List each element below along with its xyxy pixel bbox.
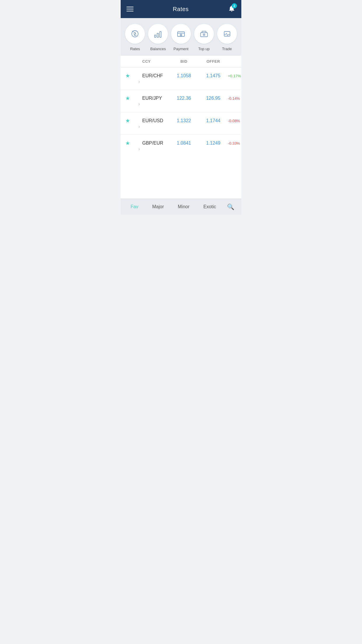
table-row[interactable]: ★ EUR/JPY 122.36 126.95 -0.14% › bbox=[121, 90, 241, 112]
nav-minor[interactable]: Minor bbox=[175, 203, 192, 211]
notification-badge: 2 bbox=[232, 3, 237, 8]
action-payment[interactable]: Payment bbox=[171, 24, 191, 51]
notification-button[interactable]: 2 bbox=[228, 5, 236, 13]
nav-exotic[interactable]: Exotic bbox=[201, 203, 219, 211]
table-header: CCY BID OFFER bbox=[121, 56, 241, 67]
chevron-right-icon: › bbox=[125, 102, 140, 107]
svg-rect-3 bbox=[160, 32, 161, 37]
offer-value: 1.1744 bbox=[198, 118, 228, 123]
change-value: -0.08% bbox=[228, 119, 237, 123]
bottom-nav: Fav Major Minor Exotic 🔍 bbox=[121, 199, 241, 215]
favorite-star-icon[interactable]: ★ bbox=[125, 73, 140, 79]
offer-value: 126.95 bbox=[198, 96, 228, 101]
rates-table: CCY BID OFFER ★ EUR/CHF 1.1058 1.1475 +0… bbox=[121, 56, 241, 178]
bid-value: 1.0841 bbox=[169, 141, 199, 146]
svg-rect-1 bbox=[154, 35, 156, 37]
quick-actions-bar: Rates Balances Payment bbox=[121, 18, 241, 56]
topup-icon-circle bbox=[194, 24, 214, 44]
ccy-label: EUR/JPY bbox=[140, 96, 169, 101]
ccy-label: EUR/CHF bbox=[140, 73, 169, 78]
payment-icon-circle bbox=[171, 24, 191, 44]
col-star bbox=[125, 59, 140, 64]
favorite-star-icon[interactable]: ★ bbox=[125, 140, 140, 146]
table-row[interactable]: ★ GBP/EUR 1.0841 1.1249 -0.33% › bbox=[121, 135, 241, 157]
col-ccy: CCY bbox=[140, 59, 169, 64]
col-offer: OFFER bbox=[198, 59, 228, 64]
chevron-right-icon: › bbox=[125, 124, 140, 129]
bid-value: 1.1058 bbox=[169, 73, 199, 78]
action-topup[interactable]: Top up bbox=[194, 24, 215, 51]
ccy-label: EUR/USD bbox=[140, 118, 169, 123]
col-chevron bbox=[228, 59, 237, 64]
search-icon[interactable]: 🔍 bbox=[227, 203, 234, 210]
action-topup-label: Top up bbox=[198, 47, 210, 51]
change-value: -0.14% bbox=[228, 96, 237, 101]
action-trade[interactable]: Trade bbox=[217, 24, 238, 51]
balances-icon-circle bbox=[148, 24, 168, 44]
favorite-star-icon[interactable]: ★ bbox=[125, 118, 140, 124]
action-rates-label: Rates bbox=[130, 47, 140, 51]
trade-icon-circle bbox=[217, 24, 237, 44]
action-payment-label: Payment bbox=[173, 47, 188, 51]
bid-value: 1.1322 bbox=[169, 118, 199, 123]
action-rates[interactable]: Rates bbox=[124, 24, 145, 51]
chevron-right-icon: › bbox=[125, 146, 140, 152]
rates-icon-circle bbox=[125, 24, 145, 44]
change-value: -0.33% bbox=[228, 141, 237, 146]
chevron-right-icon: › bbox=[125, 79, 140, 84]
page-title: Rates bbox=[173, 6, 189, 13]
change-value: +0.17% bbox=[228, 74, 237, 78]
nav-major[interactable]: Major bbox=[149, 203, 167, 211]
action-balances-label: Balances bbox=[150, 47, 166, 51]
nav-fav[interactable]: Fav bbox=[128, 203, 141, 211]
favorite-star-icon[interactable]: ★ bbox=[125, 95, 140, 102]
content-area bbox=[121, 178, 241, 199]
table-row[interactable]: ★ EUR/CHF 1.1058 1.1475 +0.17% › bbox=[121, 67, 241, 90]
col-bid: BID bbox=[169, 59, 199, 64]
offer-value: 1.1249 bbox=[198, 141, 228, 146]
ccy-label: GBP/EUR bbox=[140, 141, 169, 146]
menu-button[interactable] bbox=[126, 7, 133, 11]
svg-rect-13 bbox=[224, 32, 230, 36]
bid-value: 122.36 bbox=[169, 96, 199, 101]
offer-value: 1.1475 bbox=[198, 73, 228, 78]
svg-rect-2 bbox=[157, 33, 159, 37]
table-row[interactable]: ★ EUR/USD 1.1322 1.1744 -0.08% › bbox=[121, 112, 241, 135]
header: Rates 2 bbox=[121, 0, 241, 18]
action-trade-label: Trade bbox=[222, 47, 232, 51]
action-balances[interactable]: Balances bbox=[147, 24, 168, 51]
